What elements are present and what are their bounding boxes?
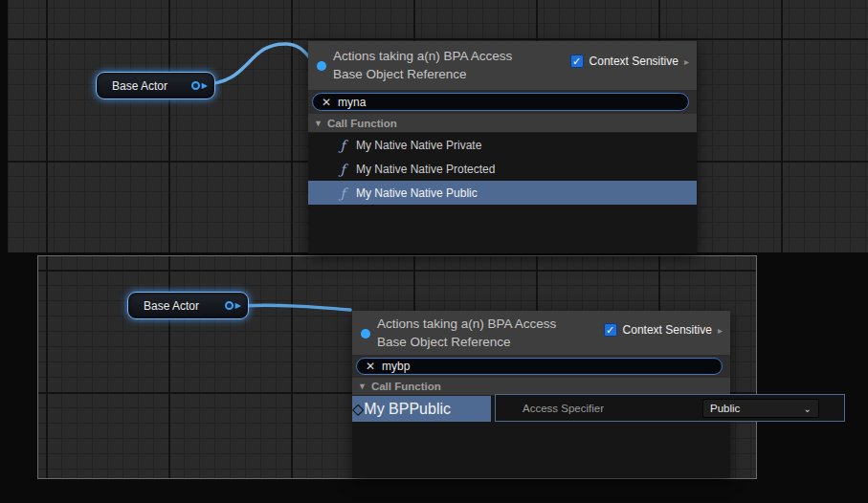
checkbox-checked-icon[interactable]: ✓ <box>604 323 617 337</box>
node-base-actor-bottom[interactable]: Base Actor ▶ <box>127 292 249 319</box>
search-row: ✕ myna <box>308 91 697 114</box>
expander-arrow-icon[interactable]: ▸ <box>718 325 723 336</box>
search-text: myna <box>338 96 366 109</box>
category-label: Call Function <box>371 381 441 392</box>
expander-arrow-icon[interactable]: ▸ <box>684 56 689 67</box>
node-label: Base Actor <box>112 79 191 93</box>
access-specifier-label: Access Specifier <box>523 403 604 414</box>
menu-empty-area <box>308 205 697 253</box>
menu-item-label: My Native Native Public <box>356 186 478 200</box>
menu-item-label: My Native Native Protected <box>356 163 495 176</box>
menu-empty-area <box>352 422 730 478</box>
context-sensitive-label: Context Sensitive <box>623 323 712 337</box>
context-sensitive-label: Context Sensitive <box>590 55 679 68</box>
access-specifier-panel: Access Specifier Public ⌄ <box>495 394 845 422</box>
function-icon: ƒ <box>335 162 350 177</box>
menu-item-selected[interactable]: ƒ My Native Native Public <box>308 181 697 205</box>
context-sensitive-control[interactable]: ✓ Context Sensitive ▸ <box>570 55 689 68</box>
menu-item[interactable]: ƒ My Native Native Private <box>308 133 697 157</box>
menu-item-label: My Native Native Private <box>356 139 481 152</box>
output-pin-icon[interactable] <box>191 81 200 90</box>
menu-item[interactable]: ƒ My Native Native Protected <box>308 157 697 181</box>
pin-arrow-icon: ▶ <box>202 82 208 90</box>
collapse-triangle-icon[interactable]: ▼ <box>358 382 367 391</box>
menu-item-list: ƒ My Native Native Private ƒ My Native N… <box>308 133 697 205</box>
category-label: Call Function <box>327 118 397 129</box>
menu-header: Actions taking a(n) BPA Access Base Obje… <box>352 311 730 356</box>
context-menu-bottom: Actions taking a(n) BPA Access Base Obje… <box>352 311 730 478</box>
output-pin-icon[interactable] <box>225 301 234 310</box>
search-input[interactable]: ✕ mybp <box>356 358 723 375</box>
context-menu-top: Actions taking a(n) BPA Access Base Obje… <box>308 41 697 253</box>
search-row: ✕ mybp <box>352 356 730 378</box>
blueprint-function-icon: ◇ <box>352 400 364 418</box>
clear-search-icon[interactable]: ✕ <box>322 97 331 108</box>
function-icon: ƒ <box>335 186 350 201</box>
search-input[interactable]: ✕ myna <box>312 93 689 111</box>
dropdown-value: Public <box>710 403 740 414</box>
context-sensitive-control[interactable]: ✓ Context Sensitive ▸ <box>604 323 723 337</box>
category-call-function[interactable]: ▼ Call Function <box>308 114 697 133</box>
menu-item-selected[interactable]: ◇ My BPPublic <box>352 396 491 422</box>
clear-search-icon[interactable]: ✕ <box>366 361 375 372</box>
collapse-triangle-icon[interactable]: ▼ <box>314 119 323 128</box>
pin-arrow-icon: ▶ <box>235 302 241 310</box>
pin-type-dot-icon <box>361 329 370 339</box>
access-specifier-dropdown[interactable]: Public ⌄ <box>702 399 819 418</box>
node-label: Base Actor <box>144 299 225 313</box>
node-base-actor-top[interactable]: Base Actor ▶ <box>96 72 215 99</box>
blueprint-editor-canvas: Base Actor ▶ Base Actor ▶ Actions taking… <box>0 0 868 503</box>
checkbox-checked-icon[interactable]: ✓ <box>570 55 584 68</box>
pin-type-dot-icon <box>317 61 326 71</box>
menu-item-label: My BPPublic <box>364 401 451 418</box>
menu-header: Actions taking a(n) BPA Access Base Obje… <box>308 41 697 91</box>
chevron-down-icon: ⌄ <box>804 404 812 414</box>
search-text: mybp <box>382 360 410 373</box>
function-icon: ƒ <box>335 138 350 153</box>
